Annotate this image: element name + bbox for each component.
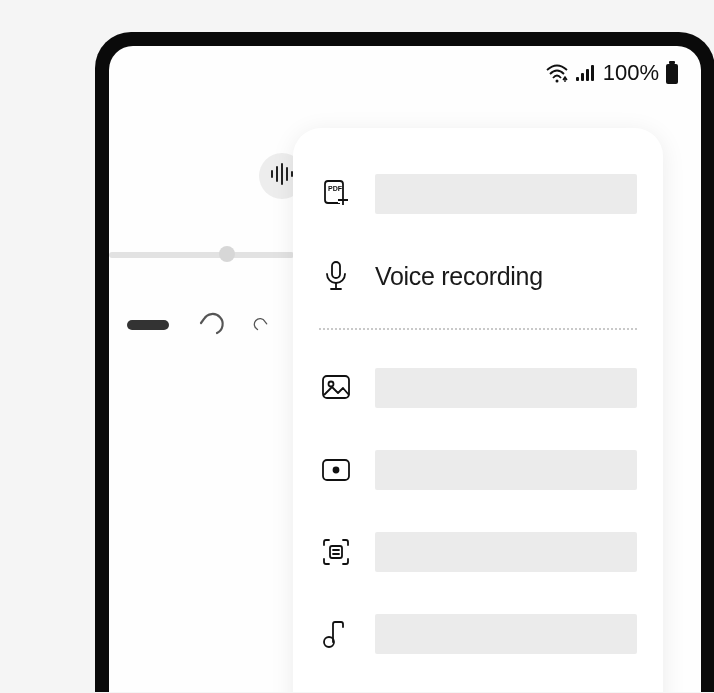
menu-item-pdf[interactable]: PDF <box>319 164 637 224</box>
undo-button[interactable] <box>197 311 225 339</box>
mic-icon <box>319 260 353 292</box>
menu-item-label-placeholder <box>375 614 637 654</box>
toolbar <box>109 311 281 339</box>
scan-text-icon <box>319 536 353 568</box>
svg-rect-2 <box>581 73 584 81</box>
menu-item-audio[interactable] <box>319 604 637 664</box>
menu-item-camera[interactable] <box>319 440 637 500</box>
svg-rect-1 <box>576 77 579 81</box>
svg-rect-6 <box>666 64 678 84</box>
battery-text: 100% <box>603 60 659 86</box>
svg-text:PDF: PDF <box>328 185 343 192</box>
menu-item-label-placeholder <box>375 368 637 408</box>
menu-item-voice-recording[interactable]: Voice recording <box>319 246 637 306</box>
screen: 100% <box>109 46 701 692</box>
svg-point-18 <box>329 382 334 387</box>
svg-rect-14 <box>332 262 340 278</box>
cellular-icon <box>575 64 597 82</box>
svg-rect-3 <box>586 69 589 81</box>
redo-button[interactable] <box>253 311 281 339</box>
pdf-add-icon: PDF <box>319 178 353 210</box>
wifi-icon <box>545 63 569 83</box>
image-icon <box>319 373 353 403</box>
menu-divider <box>319 328 637 330</box>
status-bar: 100% <box>545 60 679 86</box>
svg-rect-4 <box>591 65 594 81</box>
slider-handle[interactable] <box>219 246 235 262</box>
svg-point-0 <box>555 80 558 83</box>
camera-icon <box>319 455 353 485</box>
audio-icon <box>319 618 353 650</box>
battery-icon <box>665 61 679 85</box>
menu-item-label: Voice recording <box>375 262 543 291</box>
device-frame: 100% <box>95 32 714 692</box>
menu-item-image[interactable] <box>319 358 637 418</box>
insert-menu-popup: PDF Voice recording <box>293 128 663 692</box>
svg-rect-5 <box>669 61 675 64</box>
svg-rect-17 <box>323 376 349 398</box>
svg-rect-21 <box>330 546 342 558</box>
menu-item-label-placeholder <box>375 532 637 572</box>
waveform-icon <box>269 163 295 189</box>
menu-item-label-placeholder <box>375 450 637 490</box>
brush-size-slider[interactable] <box>109 252 294 258</box>
menu-item-scan-text[interactable] <box>319 522 637 582</box>
svg-point-20 <box>334 468 339 473</box>
menu-item-label-placeholder <box>375 174 637 214</box>
brush-preview[interactable] <box>127 320 169 330</box>
